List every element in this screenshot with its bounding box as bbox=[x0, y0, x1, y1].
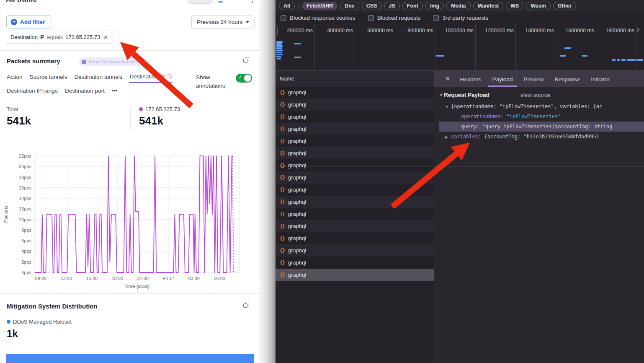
collapse-triangle-icon[interactable]: ▼ bbox=[439, 93, 443, 97]
timeline-tick-label: 1800000 ms bbox=[598, 28, 634, 34]
network-main: Name {}graphql{}graphql{}graphql{}graphq… bbox=[276, 71, 644, 363]
request-row[interactable]: {}graphql bbox=[276, 86, 434, 99]
view-source-link[interactable]: view source bbox=[520, 92, 550, 98]
request-row[interactable]: {}graphql bbox=[276, 220, 434, 232]
packets-tab--[interactable]: ••• bbox=[112, 88, 118, 96]
svg-text:16pps: 16pps bbox=[19, 185, 31, 190]
request-row[interactable]: {}graphql bbox=[276, 257, 434, 269]
request-row[interactable]: {}graphql bbox=[276, 269, 434, 281]
remove-filter-icon[interactable]: ✕ bbox=[103, 34, 108, 41]
packets-tab-destination-ip-range[interactable]: Destination IP range bbox=[7, 88, 58, 96]
timeline-request-bar bbox=[627, 59, 636, 61]
detail-tab-response[interactable]: Response bbox=[549, 76, 585, 87]
check-icon: ✓ bbox=[238, 75, 242, 80]
time-range-dropdown[interactable]: Previous 24 hours bbox=[191, 16, 255, 29]
resource-chip-fetch-xhr[interactable]: Fetch/XHR bbox=[302, 2, 337, 10]
request-row[interactable]: {}graphql bbox=[276, 99, 434, 111]
request-row[interactable]: {}graphql bbox=[276, 135, 434, 147]
total-value: 541k bbox=[7, 114, 31, 127]
timeline-request-bar bbox=[612, 59, 616, 61]
checkbox-3rd-party-requests[interactable]: 3rd-party requests bbox=[433, 15, 488, 21]
payload-token-plain: : {accountTag: "b12e3b2192ee5588fdad9951 bbox=[478, 134, 599, 140]
detail-tab-headers[interactable]: Headers bbox=[455, 76, 487, 87]
request-name: graphql bbox=[288, 187, 306, 193]
timeline-tick-label: 1400000 ms bbox=[517, 28, 554, 34]
request-row[interactable]: {}graphql bbox=[276, 244, 434, 257]
request-row[interactable]: {}graphql bbox=[276, 159, 434, 171]
json-file-icon: {} bbox=[280, 150, 285, 156]
request-row[interactable]: {}graphql bbox=[276, 196, 434, 208]
timeline-request-bar bbox=[276, 52, 282, 53]
request-row[interactable]: {}graphql bbox=[276, 171, 434, 184]
resource-chip-font[interactable]: Font bbox=[402, 2, 423, 10]
checkbox-label: Blocked response cookies bbox=[290, 15, 355, 21]
packets-tab-destination-port[interactable]: Destination port bbox=[65, 88, 105, 96]
svg-text:15:00: 15:00 bbox=[86, 276, 98, 281]
packets-tab-source-tunnels[interactable]: Source tunnels bbox=[30, 73, 67, 83]
timeline-request-bar bbox=[582, 55, 587, 57]
payload-tree-line[interactable]: ▶variables: {accountTag: "b12e3b2192ee55… bbox=[439, 132, 644, 142]
expand-panel-icon[interactable] bbox=[243, 57, 250, 64]
packets-tab-destination-tunnels[interactable]: Destination tunnels bbox=[75, 73, 123, 83]
timeline-request-bar bbox=[436, 55, 444, 57]
network-timeline[interactable]: 200000 ms400000 ms600000 ms800000 ms1000… bbox=[276, 24, 644, 71]
request-row[interactable]: {}graphql bbox=[276, 123, 434, 135]
timeline-request-bar bbox=[294, 43, 301, 44]
detail-tab-payload[interactable]: Payload bbox=[487, 76, 518, 87]
payload-tree-line[interactable]: ▼{operationName: "ipFlowTimeseries", var… bbox=[439, 101, 644, 111]
checkbox-blocked-requests[interactable]: Blocked requests bbox=[368, 15, 421, 21]
resource-chip-wasm[interactable]: Wasm bbox=[526, 2, 550, 10]
request-option-checkboxes: Blocked response cookiesBlocked requests… bbox=[276, 12, 644, 24]
expand-panel-icon[interactable] bbox=[243, 302, 250, 309]
close-icon[interactable]: ✕ bbox=[440, 75, 455, 87]
timeline-request-bar bbox=[560, 55, 566, 57]
timeline-gridline bbox=[556, 24, 556, 71]
disclosure-triangle-icon[interactable]: ▼ bbox=[445, 102, 451, 112]
packets-tab-action[interactable]: Action bbox=[7, 73, 23, 83]
detail-tab-initiator[interactable]: Initiator bbox=[585, 76, 615, 87]
resource-chip-media[interactable]: Media bbox=[446, 2, 470, 10]
request-rows: {}graphql{}graphql{}graphql{}graphql{}gr… bbox=[276, 86, 434, 281]
timeline-gridline bbox=[475, 24, 476, 71]
name-column-header[interactable]: Name bbox=[276, 71, 434, 86]
show-annotations-toggle[interactable]: ✓ bbox=[236, 74, 252, 83]
checkbox-blocked-response-cookies[interactable]: Blocked response cookies bbox=[281, 15, 355, 21]
svg-text:10pps: 10pps bbox=[19, 217, 31, 222]
request-row[interactable]: {}graphql bbox=[276, 147, 434, 159]
timeline-request-bar bbox=[294, 57, 301, 58]
request-row[interactable]: {}graphql bbox=[276, 111, 434, 123]
detail-tab-preview[interactable]: Preview bbox=[518, 76, 549, 87]
chevron-down-icon bbox=[246, 21, 249, 23]
resource-chip-other[interactable]: Other bbox=[553, 2, 576, 10]
book-icon bbox=[82, 60, 86, 64]
payload-tree-line[interactable]: query: "query ipFlowTimeseries($accountT… bbox=[439, 122, 644, 132]
checkbox-box bbox=[368, 15, 374, 21]
resource-chip-manifest[interactable]: Manifest bbox=[473, 2, 504, 10]
payload-tree-line[interactable]: operationName: "ipFlowTimeseries" bbox=[439, 111, 644, 122]
resource-chip-ws[interactable]: WS bbox=[506, 2, 523, 10]
packets-tabs-row2: Destination IP rangeDestination port••• bbox=[7, 88, 118, 96]
packets-tab-destination-ip[interactable]: Destination IPi bbox=[129, 73, 172, 83]
request-row[interactable]: {}graphql bbox=[276, 232, 434, 244]
request-name: graphql bbox=[288, 138, 306, 144]
about-network-analytics-badge[interactable]: About Network Analytics bbox=[79, 57, 144, 66]
resource-chip-img[interactable]: Img bbox=[425, 2, 444, 10]
series-dot bbox=[139, 107, 143, 111]
request-row[interactable]: {}graphql bbox=[276, 184, 434, 196]
request-row[interactable]: {}graphql bbox=[276, 208, 434, 220]
json-file-icon: {} bbox=[280, 187, 285, 193]
resource-chip-js[interactable]: JS bbox=[384, 2, 400, 10]
json-file-icon: {} bbox=[280, 236, 285, 241]
request-name: graphql bbox=[288, 126, 306, 132]
mitigation-legend-label: DDoS Managed Ruleset bbox=[13, 319, 72, 325]
disclosure-triangle-icon[interactable]: ▶ bbox=[445, 132, 451, 142]
resource-chip-css[interactable]: CSS bbox=[362, 2, 382, 10]
resource-chip-doc[interactable]: Doc bbox=[340, 2, 359, 10]
resource-chip-all[interactable]: All bbox=[279, 2, 295, 10]
timeline-tick-label: 2 bbox=[636, 28, 644, 34]
json-file-icon: {} bbox=[280, 102, 285, 108]
payload-token-key: operationName bbox=[461, 114, 500, 119]
timeline-tick-label: 400000 ms bbox=[316, 28, 353, 34]
add-filter-button[interactable]: + Add filter bbox=[6, 15, 51, 29]
json-file-icon: {} bbox=[280, 260, 285, 266]
